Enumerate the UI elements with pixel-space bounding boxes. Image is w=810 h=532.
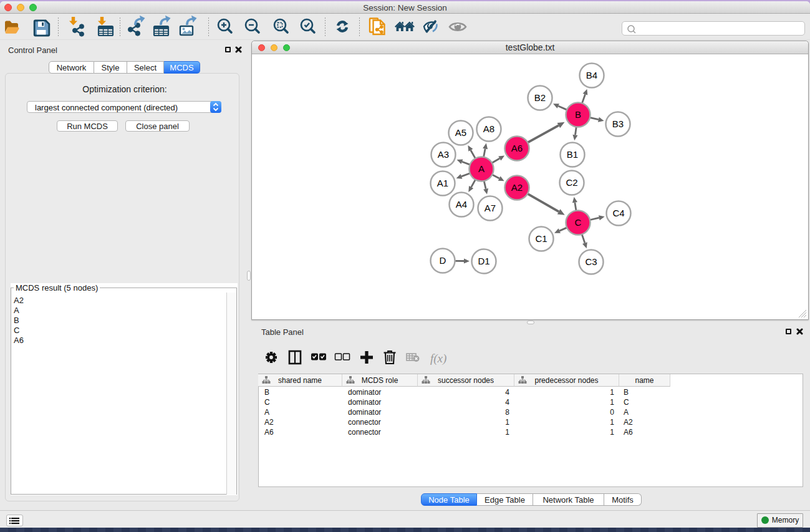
svg-text:A6: A6: [511, 143, 523, 153]
svg-text:B: B: [575, 109, 581, 120]
svg-text:A8: A8: [483, 123, 494, 134]
svg-text:D: D: [440, 255, 446, 266]
svg-text:C1: C1: [535, 233, 547, 244]
svg-text:A5: A5: [455, 127, 466, 138]
svg-text:C3: C3: [585, 256, 597, 267]
svg-text:C4: C4: [612, 208, 624, 218]
svg-text:A: A: [478, 163, 485, 174]
svg-text:B2: B2: [534, 92, 546, 103]
svg-text:D1: D1: [478, 256, 489, 266]
svg-text:A4: A4: [456, 199, 467, 210]
svg-text:C2: C2: [566, 177, 577, 188]
svg-text:A3: A3: [438, 149, 449, 160]
svg-text:A1: A1: [437, 178, 448, 188]
svg-text:B4: B4: [586, 70, 597, 80]
svg-text:C: C: [575, 217, 582, 228]
svg-text:A2: A2: [511, 182, 523, 193]
svg-text:B3: B3: [612, 118, 624, 129]
svg-text:B1: B1: [567, 149, 578, 160]
svg-text:A7: A7: [485, 203, 496, 213]
